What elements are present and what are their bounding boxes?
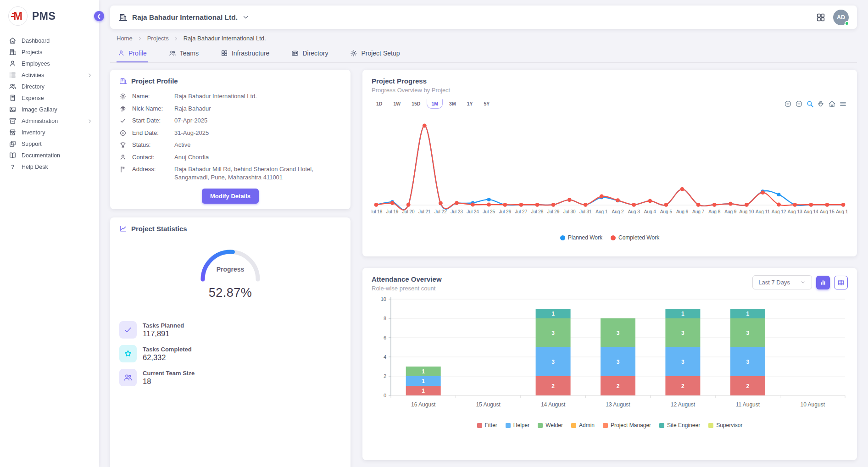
stat-icon-tile <box>119 321 137 339</box>
svg-text:10: 10 <box>381 296 386 302</box>
stat-current-team-size: Current Team Size18 <box>119 369 341 386</box>
svg-text:3: 3 <box>617 359 620 365</box>
sidebar-item-documentation[interactable]: Documentation <box>0 150 99 161</box>
pan-hand-icon[interactable] <box>817 100 825 108</box>
sidebar-item-directory[interactable]: Directory <box>0 81 99 92</box>
attendance-range-select[interactable]: Last 7 Days <box>752 275 812 289</box>
profile-field-status: Status:Active <box>119 141 341 149</box>
sidebar-item-employees[interactable]: Employees <box>0 58 99 69</box>
zoom-out-icon[interactable] <box>795 100 803 108</box>
user-icon <box>117 50 125 57</box>
svg-text:Jul 30: Jul 30 <box>563 209 576 214</box>
attendance-overview-card: Attendance Overview Role-wise present co… <box>362 268 857 460</box>
svg-text:Jul 24: Jul 24 <box>467 209 479 214</box>
stat-value: 62,332 <box>143 353 192 362</box>
user-avatar[interactable]: AD <box>833 10 849 25</box>
tab-label: Teams <box>180 50 199 57</box>
range-button-15d[interactable]: 15D <box>407 99 425 109</box>
zoom-in-icon[interactable] <box>784 100 792 108</box>
svg-text:15 August: 15 August <box>476 401 501 408</box>
svg-text:Jul 22: Jul 22 <box>434 209 447 214</box>
building-icon <box>119 77 127 85</box>
stat-rows: Tasks Planned117,891Tasks Completed62,33… <box>119 321 341 386</box>
svg-text:2: 2 <box>746 383 750 389</box>
field-value: 31-Aug-2025 <box>174 129 341 137</box>
gauge-value: 52.87% <box>191 286 269 300</box>
range-button-5y[interactable]: 5Y <box>479 99 494 109</box>
legend-swatch <box>603 423 608 428</box>
svg-text:Aug 16: Aug 16 <box>836 209 848 214</box>
company-selector[interactable]: Raja Bahadur International Ltd. <box>118 13 249 22</box>
main-area: Raja Bahadur International Ltd. AD HomeP… <box>99 0 868 467</box>
copy-icon <box>9 140 17 148</box>
breadcrumb-item-home[interactable]: Home <box>117 35 133 42</box>
sidebar-collapse-button[interactable]: ❮ <box>94 11 104 21</box>
attendance-card-subtitle: Role-wise present count <box>372 285 442 292</box>
sidebar-item-expense[interactable]: Expense <box>0 92 99 104</box>
svg-text:Jul 18: Jul 18 <box>372 209 383 214</box>
sidebar-item-inventory[interactable]: Inventory <box>0 127 99 138</box>
field-label: Start Date: <box>132 117 169 125</box>
legend-swatch <box>477 423 482 428</box>
legend-admin[interactable]: Admin <box>571 422 595 428</box>
svg-text:1: 1 <box>551 311 555 317</box>
range-button-1w[interactable]: 1W <box>389 99 405 109</box>
svg-text:11 August: 11 August <box>736 401 760 408</box>
sidebar-item-dashboard[interactable]: Dashboard <box>0 35 99 46</box>
home-icon <box>9 37 17 44</box>
legend-fitter[interactable]: Fitter <box>477 422 497 428</box>
building-icon <box>9 48 17 56</box>
range-button-1d[interactable]: 1D <box>372 99 387 109</box>
sidebar-item-image-gallary[interactable]: Image Gallary <box>0 104 99 115</box>
legend-planned-work[interactable]: Planned Work <box>560 234 602 241</box>
legend-completed-work[interactable]: Completed Work <box>611 234 659 241</box>
profile-field-name: Name:Raja Bahadur International Ltd. <box>119 92 341 100</box>
tab-directory[interactable]: Directory <box>290 46 329 62</box>
sidebar-item-help-desk[interactable]: Help Desk <box>0 161 99 172</box>
reset-home-icon[interactable] <box>828 100 836 108</box>
chevron-right-icon <box>137 36 143 41</box>
breadcrumb-item-projects[interactable]: Projects <box>147 35 169 42</box>
field-value: Raja Bahadur <box>174 105 341 113</box>
table-view-toggle[interactable] <box>834 276 848 289</box>
sidebar-item-label: Image Gallary <box>22 106 57 113</box>
tab-label: Profile <box>128 50 147 57</box>
app-logo[interactable]: M PMS <box>0 0 99 34</box>
flag-icon <box>119 166 127 173</box>
tab-infrastructure[interactable]: Infrastructure <box>220 46 270 62</box>
legend-site-engineer[interactable]: Site Engineer <box>659 422 700 428</box>
chart-view-toggle[interactable] <box>816 276 830 289</box>
legend-label: Helper <box>513 422 529 428</box>
modify-details-button[interactable]: Modify Details <box>202 189 259 204</box>
legend-helper[interactable]: Helper <box>506 422 529 428</box>
help-icon <box>9 163 17 171</box>
svg-text:2: 2 <box>617 383 620 389</box>
legend-welder[interactable]: Welder <box>538 422 563 428</box>
apps-grid-icon[interactable] <box>816 12 826 22</box>
legend-project-manager[interactable]: Project Manager <box>603 422 651 428</box>
project-progress-card: Project Progress Progress Overview by Pr… <box>362 70 857 256</box>
users-icon <box>123 373 133 382</box>
sidebar-item-activities[interactable]: Activities <box>0 69 99 81</box>
stat-label: Tasks Planned <box>143 322 184 329</box>
chevron-right-icon <box>87 118 93 124</box>
breadcrumb: HomeProjectsRaja Bahadur International L… <box>110 29 857 46</box>
svg-text:3: 3 <box>551 330 555 336</box>
range-button-3m[interactable]: 3M <box>445 99 461 109</box>
legend-dot <box>611 235 616 240</box>
sidebar-item-projects[interactable]: Projects <box>0 46 99 58</box>
chart-menu-icon[interactable] <box>839 100 847 108</box>
sidebar-item-label: Support <box>22 141 42 147</box>
bar-chart-icon <box>819 279 827 286</box>
tab-project-setup[interactable]: Project Setup <box>349 46 401 62</box>
selection-zoom-icon[interactable] <box>806 100 814 108</box>
sidebar-item-administration[interactable]: Administration <box>0 115 99 127</box>
tab-profile[interactable]: Profile <box>117 46 148 62</box>
svg-text:Jul 23: Jul 23 <box>451 209 463 214</box>
tab-label: Infrastructure <box>232 50 269 57</box>
sidebar-item-support[interactable]: Support <box>0 138 99 150</box>
range-button-1y[interactable]: 1Y <box>462 99 478 109</box>
legend-supervisor[interactable]: Supervisor <box>708 422 742 428</box>
range-button-1m[interactable]: 1M <box>427 99 443 109</box>
tab-teams[interactable]: Teams <box>168 46 200 62</box>
